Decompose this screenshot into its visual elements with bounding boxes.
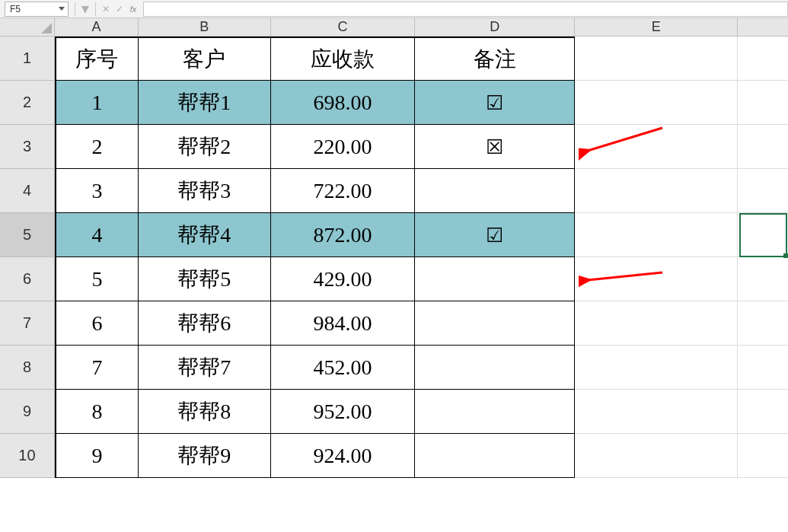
cell[interactable] xyxy=(575,81,738,125)
table-row: 109帮帮9924.00 xyxy=(0,434,788,478)
table-row: 54帮帮4872.00☑ xyxy=(0,213,788,257)
cell[interactable] xyxy=(415,257,575,301)
row-header[interactable]: 3 xyxy=(0,125,55,169)
cell[interactable]: 952.00 xyxy=(271,390,416,434)
col-header-B[interactable]: B xyxy=(139,18,271,37)
cell[interactable]: 5 xyxy=(55,257,139,301)
cell[interactable] xyxy=(575,169,738,213)
col-header-D[interactable]: D xyxy=(415,18,575,37)
cell[interactable] xyxy=(738,81,788,125)
cell[interactable]: 帮帮8 xyxy=(139,390,271,434)
cell[interactable]: 帮帮1 xyxy=(139,81,271,125)
checkbox-checked-icon: ☑ xyxy=(486,225,503,245)
cell[interactable] xyxy=(738,213,788,257)
spreadsheet-grid[interactable]: A B C D E 1 序号 客户 应收款 备注 21帮帮1698.00☑32帮… xyxy=(0,18,788,478)
cell[interactable]: 2 xyxy=(55,125,139,169)
cell[interactable]: 帮帮6 xyxy=(139,301,271,346)
cell[interactable] xyxy=(738,390,788,434)
col-header-A[interactable]: A xyxy=(55,18,139,37)
cell[interactable] xyxy=(575,301,738,346)
cell[interactable]: 4 xyxy=(55,213,139,257)
cell[interactable] xyxy=(575,213,738,257)
table-row: 21帮帮1698.00☑ xyxy=(0,81,788,125)
fx-icon[interactable]: fx xyxy=(126,2,140,16)
cell[interactable] xyxy=(415,301,575,346)
row-header[interactable]: 8 xyxy=(0,346,55,390)
col-header-F[interactable] xyxy=(738,18,788,37)
cell[interactable] xyxy=(575,125,738,169)
checkbox-checked-icon: ☑ xyxy=(486,93,503,113)
cell[interactable] xyxy=(738,257,788,301)
row-header[interactable]: 5 xyxy=(0,213,55,257)
cell[interactable] xyxy=(575,37,738,81)
cell[interactable]: 备注 xyxy=(415,37,575,81)
row-header[interactable]: 4 xyxy=(0,169,55,213)
table-row: 65帮帮5429.00 xyxy=(0,257,788,301)
table-row: 1 序号 客户 应收款 备注 xyxy=(0,37,788,81)
cell[interactable]: ☑ xyxy=(415,81,575,125)
cell[interactable]: 722.00 xyxy=(271,169,416,213)
separator xyxy=(95,2,96,16)
cell[interactable] xyxy=(415,434,575,478)
table-row: 76帮帮6984.00 xyxy=(0,301,788,346)
cell[interactable] xyxy=(575,257,738,301)
cell[interactable]: 帮帮5 xyxy=(139,257,271,301)
column-header-row: A B C D E xyxy=(0,18,788,37)
select-all-corner[interactable] xyxy=(0,18,55,37)
cell[interactable] xyxy=(575,346,738,390)
cell[interactable]: 9 xyxy=(55,434,139,478)
row-header[interactable]: 1 xyxy=(0,37,55,81)
cell[interactable]: 帮帮9 xyxy=(139,434,271,478)
cell[interactable] xyxy=(575,390,738,434)
cell[interactable] xyxy=(738,37,788,81)
cell[interactable] xyxy=(738,125,788,169)
chevron-down-icon[interactable] xyxy=(59,7,65,11)
cell[interactable] xyxy=(738,434,788,478)
cell[interactable] xyxy=(415,390,575,434)
cell[interactable]: 220.00 xyxy=(271,125,416,169)
cell[interactable]: 帮帮7 xyxy=(139,346,271,390)
cell[interactable] xyxy=(575,434,738,478)
cell[interactable]: 872.00 xyxy=(271,213,416,257)
cell[interactable]: 429.00 xyxy=(271,257,416,301)
formula-bar: F5 ⯆ ✕ ✓ fx xyxy=(0,0,788,18)
table-row: 43帮帮3722.00 xyxy=(0,169,788,213)
cell[interactable]: 帮帮4 xyxy=(139,213,271,257)
col-header-E[interactable]: E xyxy=(575,18,738,37)
cell[interactable]: 452.00 xyxy=(271,346,416,390)
cell[interactable]: 3 xyxy=(55,169,139,213)
checkbox-cross-icon: ☒ xyxy=(486,137,503,157)
col-header-C[interactable]: C xyxy=(271,18,416,37)
row-header[interactable]: 10 xyxy=(0,434,55,478)
cell[interactable] xyxy=(415,346,575,390)
name-box[interactable]: F5 xyxy=(5,2,69,17)
cell[interactable]: ☒ xyxy=(415,125,575,169)
cell[interactable] xyxy=(738,301,788,346)
row-header[interactable]: 9 xyxy=(0,390,55,434)
cell[interactable]: 984.00 xyxy=(271,301,416,346)
cell[interactable]: 1 xyxy=(55,81,139,125)
table-row: 32帮帮2220.00☒ xyxy=(0,125,788,169)
cell[interactable]: 帮帮3 xyxy=(139,169,271,213)
cancel-icon[interactable]: ✕ xyxy=(99,2,113,16)
cell[interactable]: 8 xyxy=(55,390,139,434)
cell[interactable]: 帮帮2 xyxy=(139,125,271,169)
cell[interactable] xyxy=(738,169,788,213)
cell[interactable]: 客户 xyxy=(139,37,271,81)
row-header[interactable]: 7 xyxy=(0,301,55,346)
cell[interactable]: 序号 xyxy=(55,37,139,81)
row-header[interactable]: 2 xyxy=(0,81,55,125)
cell[interactable]: 应收款 xyxy=(271,37,416,81)
row-header[interactable]: 6 xyxy=(0,257,55,301)
cell[interactable] xyxy=(415,169,575,213)
cell[interactable]: 6 xyxy=(55,301,139,346)
cell[interactable]: ☑ xyxy=(415,213,575,257)
cell[interactable]: 698.00 xyxy=(271,81,416,125)
confirm-icon[interactable]: ✓ xyxy=(113,2,126,16)
expand-icon[interactable]: ⯆ xyxy=(78,2,92,16)
cell[interactable]: 7 xyxy=(55,346,139,390)
cell[interactable] xyxy=(738,346,788,390)
cell[interactable]: 924.00 xyxy=(271,434,416,478)
name-box-value: F5 xyxy=(10,4,21,14)
formula-input[interactable] xyxy=(143,2,788,17)
